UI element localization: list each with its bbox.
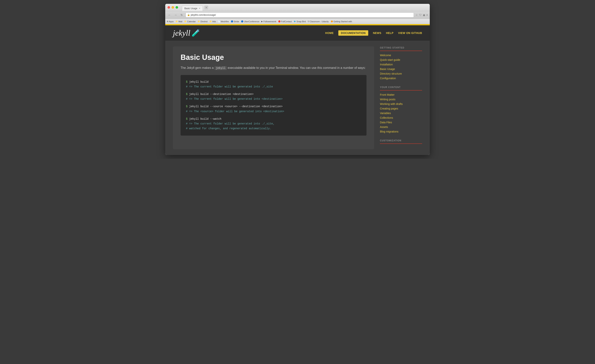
refresh-button[interactable]: ↻ bbox=[179, 13, 184, 17]
bookmark-calendar-label: Calendar bbox=[187, 20, 196, 23]
sidebar-link-collections[interactable]: Collections bbox=[380, 115, 422, 120]
bookmark-udacity[interactable]: U Classroom - Udacity bbox=[308, 20, 329, 23]
back-button[interactable]: ← bbox=[167, 13, 172, 17]
bookmark-apps-label: Apps bbox=[169, 20, 174, 23]
sidebar-heading-your-content: YOUR CONTENT bbox=[380, 86, 422, 91]
lock-icon: 🔒 bbox=[187, 14, 190, 16]
comment-5: # watched for changes, and regenerated a… bbox=[186, 127, 271, 130]
sidebar-link-writing-posts[interactable]: Writing posts bbox=[380, 97, 422, 102]
close-button[interactable] bbox=[168, 6, 170, 9]
sidebar-link-creating-pages[interactable]: Creating pages bbox=[380, 106, 422, 111]
page-title: Basic Usage bbox=[181, 53, 367, 62]
mail-icon: 📁 bbox=[176, 20, 178, 22]
tab-bar: Basic Usage ✕ bbox=[182, 4, 203, 11]
bookmarks-bar: ⊞ Apps 📁 Mail 📁 Calendar 📁 Divshot 📁 Ads… bbox=[165, 19, 430, 24]
window-buttons bbox=[168, 6, 178, 9]
bookmark-meshfire[interactable]: 📄 Meshfire bbox=[218, 20, 229, 23]
sidebar-link-welcome[interactable]: Welcome bbox=[380, 53, 422, 57]
bookmark-fullcontact[interactable]: 🔴 FullContact bbox=[278, 20, 292, 23]
sidebar-link-working-with-drafts[interactable]: Working with drafts bbox=[380, 102, 422, 106]
code-line-1: $ jekyll build bbox=[186, 80, 361, 84]
bookmark-snapbird[interactable]: 🐦 Snap Bird bbox=[294, 20, 306, 23]
intro-text-1: The Jekyll gem makes a bbox=[181, 66, 214, 69]
toolbar: ← → ↻ 🔒 jekyllrb.com/docs/usage/ ☆ 🛡 ◉ ≡ bbox=[165, 11, 430, 19]
bookmark-mail[interactable]: 📁 Mail bbox=[176, 20, 182, 23]
bookmark-divshot[interactable]: 📁 Divshot bbox=[198, 20, 208, 23]
star-icon[interactable]: ☆ bbox=[415, 14, 418, 16]
bookmark-getting-started[interactable]: 🔶 Getting Started with bbox=[331, 20, 352, 23]
bookmark-ads-label: Ads bbox=[212, 20, 216, 23]
extension-icon[interactable]: ◉ bbox=[423, 14, 425, 16]
code-line-7: $ jekyll build --watch bbox=[186, 117, 361, 121]
shield-icon[interactable]: 🛡 bbox=[419, 14, 422, 16]
sidebar-link-assets[interactable]: Assets bbox=[380, 125, 422, 129]
sidebar-section-customization: CUSTOMIZATION bbox=[380, 139, 422, 144]
sidebar-link-directory-structure[interactable]: Directory structure bbox=[380, 71, 422, 76]
bookmark-ads[interactable]: 📁 Ads bbox=[210, 20, 216, 23]
bookmark-uberconference[interactable]: 🔵 UberConference bbox=[241, 20, 259, 23]
sidebar-link-basic-usage[interactable]: Basic Usage bbox=[380, 67, 422, 71]
tab-close-button[interactable]: ✕ bbox=[199, 7, 200, 9]
bookmark-mail-label: Mail bbox=[178, 20, 182, 23]
uberconference-icon: 🔵 bbox=[241, 20, 243, 22]
nav-github[interactable]: VIEW ON GITHUB bbox=[398, 31, 422, 35]
menu-icon[interactable]: ≡ bbox=[426, 14, 428, 16]
bookmark-getting-started-label: Getting Started with bbox=[333, 20, 352, 23]
url-text: jekyllrb.com/docs/usage/ bbox=[191, 14, 216, 16]
bookmark-fullcontact-label: FullContact bbox=[281, 20, 292, 23]
sidebar-link-data-files[interactable]: Data Files bbox=[380, 120, 422, 125]
main-layout: Basic Usage The Jekyll gem makes a jekyl… bbox=[165, 41, 430, 155]
nav-documentation[interactable]: DOCUMENTATION bbox=[338, 30, 368, 36]
tab-title: Basic Usage bbox=[184, 7, 197, 10]
code-line-4: # => The current folder will be generate… bbox=[186, 97, 361, 101]
snapbird-icon: 🐦 bbox=[294, 20, 296, 22]
comment-2: # => The current folder will be generate… bbox=[186, 97, 283, 100]
site-logo: jekyll 🧪 bbox=[173, 29, 200, 38]
browser-window: Basic Usage ✕ + ← → ↻ 🔒 jekyllrb.com/doc… bbox=[165, 4, 430, 155]
bookmark-stride-label: Stride bbox=[234, 20, 239, 23]
sidebar-link-front-matter[interactable]: Front Matter bbox=[380, 93, 422, 97]
meshfire-icon: 📄 bbox=[218, 20, 220, 22]
site-nav: jekyll 🧪 HOME DOCUMENTATION NEWS HELP VI… bbox=[165, 25, 430, 41]
code-line-5: $ jekyll build --source <source> --desti… bbox=[186, 104, 361, 109]
stride-icon: 🔵 bbox=[231, 20, 233, 22]
bookmark-stride[interactable]: 🔵 Stride bbox=[231, 20, 239, 23]
nav-links: HOME DOCUMENTATION NEWS HELP VIEW ON GIT… bbox=[325, 30, 422, 36]
code-line-2: # => The current folder will be generate… bbox=[186, 84, 361, 89]
maximize-button[interactable] bbox=[176, 6, 178, 9]
spacer-2 bbox=[186, 101, 361, 104]
bookmark-followerwonk[interactable]: ▶ Followerwonk bbox=[261, 20, 276, 23]
udacity-icon: U bbox=[308, 20, 309, 22]
minimize-button[interactable] bbox=[171, 6, 174, 9]
bookmark-meshfire-label: Meshfire bbox=[221, 20, 229, 23]
cmd-1: jekyll build bbox=[187, 80, 208, 83]
sidebar-link-configuration[interactable]: Configuration bbox=[380, 76, 422, 80]
sidebar-link-quickstart[interactable]: Quick-start guide bbox=[380, 57, 422, 62]
sidebar-link-blog-migrations[interactable]: Blog migrations bbox=[380, 129, 422, 134]
bookmark-apps[interactable]: ⊞ Apps bbox=[167, 20, 174, 23]
new-tab-button[interactable]: + bbox=[204, 6, 208, 9]
intro-text-2: executable available to you in your Term… bbox=[228, 66, 366, 69]
nav-home[interactable]: HOME bbox=[325, 31, 334, 35]
sidebar-link-installation[interactable]: Installation bbox=[380, 62, 422, 67]
bookmark-uberconference-label: UberConference bbox=[244, 20, 259, 23]
bookmark-calendar[interactable]: 📁 Calendar bbox=[184, 20, 196, 23]
code-line-6: # => The <source> folder will be generat… bbox=[186, 109, 361, 114]
sidebar-link-variables[interactable]: Variables bbox=[380, 111, 422, 115]
nav-help[interactable]: HELP bbox=[386, 31, 393, 35]
calendar-icon: 📁 bbox=[184, 20, 186, 22]
sidebar: GETTING STARTED Welcome Quick-start guid… bbox=[380, 46, 422, 149]
spacer-3 bbox=[186, 114, 361, 117]
page-intro: The Jekyll gem makes a jekyll executable… bbox=[181, 65, 367, 70]
nav-news[interactable]: NEWS bbox=[373, 31, 381, 35]
sidebar-section-your-content: YOUR CONTENT Front Matter Writing posts … bbox=[380, 86, 422, 134]
forward-button[interactable]: → bbox=[173, 13, 178, 17]
comment-1: # => The current folder will be generate… bbox=[186, 85, 273, 88]
active-tab[interactable]: Basic Usage ✕ bbox=[182, 6, 203, 11]
fullcontact-icon: 🔴 bbox=[278, 20, 280, 22]
cmd-3: jekyll build --source <source> --destina… bbox=[187, 105, 283, 108]
inline-code-jekyll: jekyll bbox=[214, 66, 227, 70]
toolbar-icons: ☆ 🛡 ◉ ≡ bbox=[415, 14, 428, 16]
bookmark-divshot-label: Divshot bbox=[200, 20, 208, 23]
address-bar[interactable]: 🔒 jekyllrb.com/docs/usage/ bbox=[185, 13, 414, 17]
